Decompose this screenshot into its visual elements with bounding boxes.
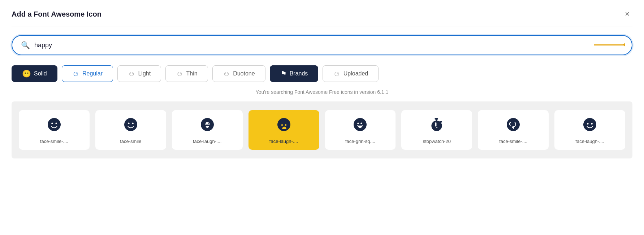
search-icon: 🔍 — [21, 41, 30, 49]
light-icon: ☺ — [128, 70, 135, 78]
tab-brands-label: Brands — [290, 70, 308, 77]
search-input[interactable] — [34, 42, 593, 49]
uploaded-icon: ☺ — [333, 70, 340, 78]
brands-icon: ⚑ — [280, 69, 287, 78]
icon-card-face-smile-1[interactable]: face-smile-.... — [19, 110, 90, 150]
icon-label-face-grin-sq: face-grin-sq.... — [345, 139, 375, 144]
tab-duotone-label: Duotone — [233, 70, 255, 77]
icon-card-face-laugh-2[interactable]: face-laugh-.... — [248, 110, 319, 150]
icon-symbol-face-smile-3 — [507, 118, 520, 134]
tab-solid-label: Solid — [34, 70, 47, 77]
search-cursor — [594, 44, 623, 45]
icon-label-face-laugh-1: face-laugh-.... — [193, 139, 222, 144]
regular-icon: ☺ — [72, 70, 79, 78]
dialog-container: Add a Font Awesome Icon × 🔍 😶 Solid ☺ Re… — [0, 0, 644, 235]
icon-card-stopwatch-20[interactable]: stopwatch-20 — [401, 110, 472, 150]
style-tabs: 😶 Solid ☺ Regular ☺ Light ☺ Thin ☺ Duoto… — [12, 65, 632, 82]
icon-symbol-stopwatch-20 — [430, 118, 443, 134]
dialog-title: Add a Font Awesome Icon — [12, 10, 101, 18]
icon-label-face-smile-2: face-smile — [120, 139, 141, 144]
search-container: 🔍 — [12, 35, 632, 55]
icons-grid: face-smile-.... face-smile face-la — [19, 110, 625, 150]
icon-symbol-face-laugh-3 — [583, 118, 596, 134]
tab-uploaded[interactable]: ☺ Uploaded — [323, 65, 379, 82]
icon-label-face-smile-1: face-smile-.... — [40, 139, 68, 144]
icon-symbol-face-laugh-2 — [277, 118, 290, 134]
icon-label-face-laugh-3: face-laugh-.... — [575, 139, 604, 144]
icon-card-face-smile-3[interactable]: face-smile-.... — [478, 110, 549, 150]
tab-uploaded-label: Uploaded — [343, 70, 368, 77]
icon-label-face-laugh-2: face-laugh-.... — [269, 139, 298, 144]
tab-light-label: Light — [138, 70, 151, 77]
icon-symbol-face-laugh-1 — [201, 118, 214, 134]
icon-label-face-smile-3: face-smile-.... — [499, 139, 527, 144]
tab-light[interactable]: ☺ Light — [117, 65, 161, 82]
icon-card-face-smile-2[interactable]: face-smile — [95, 110, 166, 150]
icon-label-stopwatch-20: stopwatch-20 — [423, 139, 451, 144]
tab-solid[interactable]: 😶 Solid — [12, 65, 57, 82]
icons-grid-wrapper: face-smile-.... face-smile face-la — [12, 101, 632, 158]
close-button[interactable]: × — [622, 9, 632, 19]
icon-card-face-grin-sq[interactable]: face-grin-sq.... — [325, 110, 396, 150]
dialog-header: Add a Font Awesome Icon × — [12, 9, 632, 26]
tab-regular-label: Regular — [82, 70, 103, 77]
icon-card-face-laugh-3[interactable]: face-laugh-.... — [554, 110, 625, 150]
thin-icon: ☺ — [176, 70, 183, 78]
tab-thin[interactable]: ☺ Thin — [165, 65, 208, 82]
search-box: 🔍 — [12, 35, 632, 55]
tab-duotone[interactable]: ☺ Duotone — [212, 65, 265, 82]
tab-regular[interactable]: ☺ Regular — [62, 65, 113, 82]
version-notice: You're searching Font Awesome Free icons… — [12, 89, 632, 95]
icon-symbol-face-grin-sq — [354, 118, 367, 134]
solid-icon: 😶 — [22, 69, 31, 78]
tab-thin-label: Thin — [186, 70, 198, 77]
icon-symbol-face-smile-1 — [48, 118, 61, 134]
tab-brands[interactable]: ⚑ Brands — [270, 65, 319, 82]
icon-symbol-face-smile-2 — [124, 118, 137, 134]
icon-card-face-laugh-1[interactable]: face-laugh-.... — [172, 110, 243, 150]
duotone-icon: ☺ — [223, 70, 230, 78]
